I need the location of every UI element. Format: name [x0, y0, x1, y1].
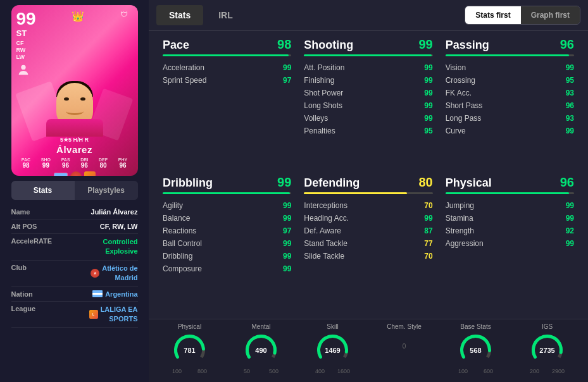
- tab-playstyles[interactable]: Playstyles: [75, 181, 138, 200]
- nation-value: Argentina: [105, 290, 137, 298]
- defending-value: 80: [418, 175, 432, 190]
- gauge-value: 568: [470, 347, 481, 354]
- graph-first-btn[interactable]: Graph first: [521, 6, 580, 24]
- gauge-item-base-stats: Base Stats568100600: [442, 323, 509, 374]
- passing-name: Passing: [446, 39, 489, 52]
- gauge-circle: 1469: [315, 333, 350, 367]
- pace-bar: [163, 54, 291, 56]
- accelrate-label: AcceleRATE: [11, 237, 53, 245]
- name-label: Name: [11, 208, 53, 216]
- pace-bar-fill: [163, 54, 289, 56]
- shooting-name: Shooting: [304, 39, 353, 52]
- passing-bar-fill: [446, 54, 569, 56]
- card-right-area: 🛡: [120, 10, 133, 19]
- info-row-altpos: Alt POS CF, RW, LW: [11, 219, 138, 234]
- gauge-circle: 568: [458, 333, 493, 367]
- defending-bar: [304, 192, 432, 194]
- right-panel: Stats IRL Stats first Graph first Pace 9…: [149, 0, 588, 382]
- card-positions: 99 ST CF RW LW: [16, 10, 36, 80]
- pace-category: Pace 98 Acceleration99 Sprint Speed97: [156, 37, 297, 175]
- club-label: Club: [11, 264, 53, 271]
- league-icon: L: [89, 310, 98, 319]
- defending-name: Defending: [304, 176, 360, 190]
- dribbling-category: Dribbling 99 Agility99 Balance99 Reactio…: [156, 175, 297, 313]
- player-icon: [16, 63, 30, 77]
- gauge-value: 1469: [325, 347, 340, 354]
- passing-bar: [446, 54, 574, 56]
- crown-icon: 👑: [72, 10, 84, 22]
- svg-point-0: [21, 65, 25, 70]
- club-value: Atlético de Madrid: [102, 264, 137, 283]
- view-toggle: Stats first Graph first: [465, 6, 580, 25]
- card-stats-row: PAC98 SHO99 PAS96 DRI96 DEF80 PHY96: [16, 157, 133, 169]
- gauge-item-mental: Mental49050500: [228, 323, 294, 374]
- gauge-circle: 2735: [530, 333, 565, 367]
- player-image-area: [16, 80, 133, 137]
- left-panel: 99 ST CF RW LW 👑 🛡: [0, 0, 149, 382]
- card-rating: 99: [16, 10, 36, 28]
- info-playstyles-tabs[interactable]: Stats Playstyles: [11, 181, 138, 200]
- info-row-name: Name Julián Álvarez: [11, 205, 138, 219]
- stats-grid: Pace 98 Acceleration99 Sprint Speed97 Sh…: [149, 31, 588, 319]
- info-section: Name Julián Álvarez Alt POS CF, RW, LW A…: [11, 205, 138, 328]
- shooting-category: Shooting 99 Att. Position99 Finishing99 …: [297, 37, 439, 175]
- gauge-value: 2735: [539, 347, 554, 354]
- pace-value: 98: [277, 37, 291, 52]
- stats-content: Pace 98 Acceleration99 Sprint Speed97 Sh…: [149, 31, 588, 382]
- altpos-label: Alt POS: [11, 223, 53, 230]
- info-row-accelrate: AcceleRATE Controlled Explosive: [11, 234, 138, 261]
- league-value: LALIGA EA SPORTS: [101, 305, 138, 324]
- physical-value: 96: [560, 175, 574, 190]
- gauge-item-skill: Skill14694001600: [299, 323, 366, 374]
- card-top-row: 99 ST CF RW LW 👑 🛡: [16, 10, 133, 80]
- physical-bar-fill: [446, 192, 569, 194]
- passing-category: Passing 96 Vision99 Crossing95 FK Acc.93…: [439, 37, 580, 175]
- dribbling-bar-fill: [163, 192, 290, 194]
- stats-first-btn[interactable]: Stats first: [465, 6, 520, 24]
- gauge-zero-value: 0: [403, 343, 406, 350]
- nation-flag: [92, 290, 103, 297]
- alt-pos-lw: LW: [16, 54, 26, 60]
- shooting-bar-fill: [304, 54, 431, 56]
- gauge-circle: 490: [244, 333, 278, 367]
- defending-category: Defending 80 Interceptions70 Heading Acc…: [297, 175, 439, 313]
- pace-name: Pace: [163, 39, 189, 52]
- club-icon: A: [91, 269, 99, 278]
- physical-category: Physical 96 Jumping99 Stamina99 Strength…: [439, 175, 580, 313]
- dribbling-value: 99: [277, 175, 291, 190]
- info-row-nation: Nation Argentina: [11, 287, 138, 302]
- irl-tab-btn[interactable]: IRL: [206, 5, 246, 25]
- info-row-league: League L LALIGA EA SPORTS: [11, 302, 138, 328]
- passing-value: 96: [560, 37, 574, 52]
- card-name: Álvarez: [16, 144, 133, 155]
- gauge-circle: 781: [172, 333, 207, 367]
- physical-bar: [446, 192, 574, 194]
- card-workrates: 5★5 H/H R: [16, 137, 133, 143]
- accelrate-value: Controlled Explosive: [53, 237, 138, 257]
- stats-tab-btn[interactable]: Stats: [156, 5, 203, 25]
- nation-label: Nation: [11, 290, 53, 298]
- dribbling-name: Dribbling: [163, 176, 213, 190]
- tab-info[interactable]: Stats: [11, 181, 75, 200]
- top-bar: Stats IRL Stats first Graph first: [149, 0, 588, 31]
- gauge-item-chem--style: Chem. Style0: [371, 323, 437, 350]
- alt-pos-cf: CF: [16, 40, 26, 46]
- gauge-label: Chem. Style: [387, 323, 421, 330]
- gauge-item-igs: IGS27352002900: [514, 323, 580, 374]
- physical-name: Physical: [446, 176, 492, 190]
- gauge-value: 490: [255, 347, 266, 354]
- alt-pos-rw: RW: [16, 47, 26, 53]
- altpos-value: CF, RW, LW: [53, 223, 138, 230]
- dribbling-bar: [163, 192, 291, 194]
- shield-icon: 🛡: [120, 10, 133, 19]
- gauge-value: 781: [184, 347, 195, 354]
- name-value: Julián Álvarez: [53, 208, 138, 216]
- defending-bar-fill: [304, 192, 407, 194]
- league-label: League: [11, 305, 53, 312]
- card-badges: A L: [16, 171, 133, 176]
- player-card: 99 ST CF RW LW 👑 🛡: [11, 5, 138, 176]
- shooting-bar: [304, 54, 432, 56]
- shooting-value: 99: [418, 37, 432, 52]
- card-main-position: ST: [16, 28, 27, 38]
- gauge-item-physical: Physical781100800: [156, 323, 223, 374]
